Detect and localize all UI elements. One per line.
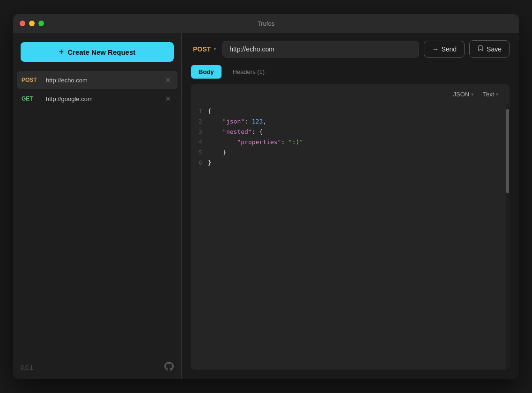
url-input[interactable]	[222, 41, 419, 58]
request-list: POST http://echo.com ✕ GET http://google…	[13, 71, 181, 356]
github-icon[interactable]	[164, 362, 174, 373]
request-url: http://google.com	[46, 95, 158, 102]
code-line-1: {	[208, 106, 506, 116]
method-label: POST	[193, 45, 211, 53]
json-chevron-icon: ▾	[471, 92, 473, 97]
remove-request-button[interactable]: ✕	[163, 95, 173, 103]
code-line-4: "properties": ":)"	[208, 137, 506, 147]
sidebar-header: + Create New Request	[13, 33, 181, 71]
code-line-5: }	[208, 147, 506, 158]
send-button[interactable]: → Send	[424, 41, 465, 58]
save-button[interactable]: Save	[469, 40, 510, 58]
main-panel: POST ▾ → Send Save	[182, 33, 519, 379]
scrollbar-thumb[interactable]	[506, 109, 509, 193]
bookmark-icon	[477, 45, 484, 53]
app-window: Trufos + Create New Request POST http://…	[13, 14, 519, 379]
editor-content: 1 2 3 4 5 6 { "json": 123, "nested": { "…	[191, 104, 510, 370]
editor-area: JSON ▾ Text ▾ 1 2 3 4 5 6	[191, 84, 510, 370]
send-label: Send	[441, 45, 457, 53]
close-button[interactable]	[20, 21, 25, 26]
sidebar-footer: 0.0.1	[13, 356, 181, 379]
create-new-label: Create New Request	[67, 48, 135, 56]
scrollbar-track[interactable]	[506, 104, 510, 370]
list-item[interactable]: GET http://google.com ✕	[17, 90, 177, 108]
method-chevron-icon: ▾	[214, 46, 216, 51]
code-line-2: "json": 123,	[208, 116, 506, 127]
code-line-6: }	[208, 158, 506, 168]
remove-request-button[interactable]: ✕	[163, 76, 173, 84]
titlebar: Trufos	[13, 14, 519, 33]
text-chevron-icon: ▾	[496, 92, 498, 97]
minimize-button[interactable]	[29, 21, 35, 26]
method-selector[interactable]: POST ▾	[191, 42, 218, 57]
plus-icon: +	[59, 48, 64, 56]
editor-toolbar: JSON ▾ Text ▾	[191, 84, 510, 104]
request-url: http://echo.com	[46, 77, 158, 84]
method-badge-get: GET	[22, 95, 40, 102]
tab-body[interactable]: Body	[191, 65, 222, 79]
line-numbers: 1 2 3 4 5 6	[191, 104, 208, 370]
create-new-button[interactable]: + Create New Request	[21, 42, 174, 62]
method-badge-post: POST	[22, 77, 40, 83]
tab-headers[interactable]: Headers (1)	[225, 65, 273, 79]
text-format-selector[interactable]: Text ▾	[479, 89, 502, 100]
tabs-bar: Body Headers (1)	[182, 65, 519, 79]
json-format-selector[interactable]: JSON ▾	[449, 89, 477, 100]
text-format-label: Text	[483, 91, 494, 98]
send-arrow-icon: →	[432, 45, 438, 53]
maximize-button[interactable]	[38, 21, 44, 26]
list-item[interactable]: POST http://echo.com ✕	[17, 71, 177, 89]
code-editor[interactable]: { "json": 123, "nested": { "properties":…	[208, 104, 506, 370]
window-title: Trufos	[258, 20, 274, 27]
code-line-3: "nested": {	[208, 127, 506, 137]
json-format-label: JSON	[453, 91, 469, 98]
sidebar: + Create New Request POST http://echo.co…	[13, 33, 182, 379]
version-label: 0.0.1	[21, 364, 33, 371]
app-body: + Create New Request POST http://echo.co…	[13, 33, 519, 379]
request-bar: POST ▾ → Send Save	[182, 33, 519, 65]
traffic-lights	[20, 21, 44, 26]
save-label: Save	[487, 45, 502, 53]
